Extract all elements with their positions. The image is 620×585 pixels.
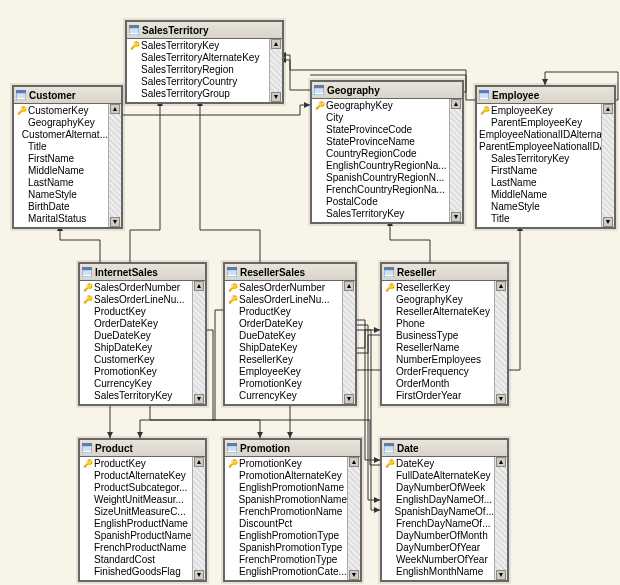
scrollbar[interactable]: ▲▼ <box>108 104 121 227</box>
field-row[interactable]: StandardCost <box>80 554 192 566</box>
scroll-down-icon[interactable]: ▼ <box>603 217 613 227</box>
field-row[interactable]: ParentEmployeeNationalIDAltern... <box>477 141 601 153</box>
field-row[interactable]: ResellerName <box>382 342 494 354</box>
field-row[interactable]: NameStyle <box>14 189 108 201</box>
field-row[interactable]: Phone <box>382 318 494 330</box>
field-row[interactable]: Title <box>14 141 108 153</box>
field-row[interactable]: EnglishMonthName <box>382 566 494 578</box>
field-row[interactable]: FrenchDayNameOf... <box>382 518 494 530</box>
field-row[interactable]: 🔑DateKey <box>382 458 494 470</box>
field-row[interactable]: MiddleName <box>477 189 601 201</box>
field-row[interactable]: ProductKey <box>80 306 192 318</box>
scroll-track[interactable] <box>343 291 355 394</box>
field-row[interactable]: 🔑SalesTerritoryKey <box>127 40 269 52</box>
scroll-down-icon[interactable]: ▼ <box>110 217 120 227</box>
field-row[interactable]: GeographyKey <box>382 294 494 306</box>
field-row[interactable]: EnglishPromotionName <box>225 482 347 494</box>
field-row[interactable]: Title <box>477 213 601 225</box>
field-row[interactable]: EnglishPromotionCate... <box>225 566 347 578</box>
entity-titlebar[interactable]: Customer <box>14 87 121 104</box>
field-row[interactable]: SpanishCountryRegionN... <box>312 172 449 184</box>
field-row[interactable]: DueDateKey <box>80 330 192 342</box>
field-row[interactable]: ResellerAlternateKey <box>382 306 494 318</box>
field-row[interactable]: PromotionAlternateKey <box>225 470 347 482</box>
field-row[interactable]: CurrencyKey <box>225 390 342 402</box>
field-row[interactable]: SpanishPromotionType <box>225 542 347 554</box>
field-row[interactable]: WeekNumberOfYear <box>382 554 494 566</box>
field-row[interactable]: ShipDateKey <box>80 342 192 354</box>
field-row[interactable]: StateProvinceCode <box>312 124 449 136</box>
scroll-down-icon[interactable]: ▼ <box>451 212 461 222</box>
entity-geography[interactable]: Geography🔑GeographyKeyCityStateProvinceC… <box>310 80 464 224</box>
field-row[interactable]: SalesTerritoryAlternateKey <box>127 52 269 64</box>
scroll-down-icon[interactable]: ▼ <box>496 394 506 404</box>
scrollbar[interactable]: ▲▼ <box>192 281 205 404</box>
field-row[interactable]: DayNumberOfMonth <box>382 530 494 542</box>
entity-reseller[interactable]: Reseller🔑ResellerKeyGeographyKeyReseller… <box>380 262 509 406</box>
scroll-track[interactable] <box>193 291 205 394</box>
field-row[interactable]: 🔑CustomerKey <box>14 105 108 117</box>
field-row[interactable]: SalesTerritoryCountry <box>127 76 269 88</box>
field-row[interactable]: SalesTerritoryGroup <box>127 88 269 100</box>
scrollbar[interactable]: ▲▼ <box>494 457 507 580</box>
field-row[interactable]: NumberEmployees <box>382 354 494 366</box>
entity-salesTerritory[interactable]: SalesTerritory🔑SalesTerritoryKeySalesTer… <box>125 20 284 104</box>
scroll-track[interactable] <box>450 109 462 212</box>
field-row[interactable]: ParentEmployeeKey <box>477 117 601 129</box>
field-row[interactable]: FirstOrderYear <box>382 390 494 402</box>
scroll-up-icon[interactable]: ▲ <box>344 281 354 291</box>
field-row[interactable]: PromotionKey <box>80 366 192 378</box>
entity-internetSales[interactable]: InternetSales🔑SalesOrderNumber🔑SalesOrde… <box>78 262 207 406</box>
scrollbar[interactable]: ▲▼ <box>449 99 462 222</box>
field-row[interactable]: ProductKey <box>225 306 342 318</box>
field-row[interactable]: CustomerAlternat... <box>14 129 108 141</box>
entity-titlebar[interactable]: Employee <box>477 87 614 104</box>
scroll-track[interactable] <box>495 291 507 394</box>
field-row[interactable]: FullDateAlternateKey <box>382 470 494 482</box>
field-row[interactable]: 🔑ProductKey <box>80 458 192 470</box>
field-row[interactable]: FirstName <box>14 153 108 165</box>
field-row[interactable]: CountryRegionCode <box>312 148 449 160</box>
entity-titlebar[interactable]: InternetSales <box>80 264 205 281</box>
scrollbar[interactable]: ▲▼ <box>601 104 614 227</box>
scroll-up-icon[interactable]: ▲ <box>603 104 613 114</box>
entity-employee[interactable]: Employee🔑EmployeeKeyParentEmployeeKeyEmp… <box>475 85 616 229</box>
field-row[interactable]: 🔑SalesOrderLineNu... <box>225 294 342 306</box>
field-row[interactable]: SpanishProductName <box>80 530 192 542</box>
scroll-track[interactable] <box>193 467 205 570</box>
entity-customer[interactable]: Customer🔑CustomerKeyGeographyKeyCustomer… <box>12 85 123 229</box>
field-row[interactable]: 🔑SalesOrderNumber <box>80 282 192 294</box>
field-row[interactable]: 🔑ResellerKey <box>382 282 494 294</box>
entity-titlebar[interactable]: Product <box>80 440 205 457</box>
field-row[interactable]: DayNumberOfWeek <box>382 482 494 494</box>
field-row[interactable]: 🔑PromotionKey <box>225 458 347 470</box>
scrollbar[interactable]: ▲▼ <box>347 457 360 580</box>
field-row[interactable]: FirstName <box>477 165 601 177</box>
field-row[interactable]: FrenchPromotionType <box>225 554 347 566</box>
scrollbar[interactable]: ▲▼ <box>342 281 355 404</box>
entity-date[interactable]: Date🔑DateKeyFullDateAlternateKeyDayNumbe… <box>380 438 509 582</box>
scroll-up-icon[interactable]: ▲ <box>110 104 120 114</box>
field-row[interactable]: NameStyle <box>477 201 601 213</box>
field-row[interactable]: FrenchCountryRegionNa... <box>312 184 449 196</box>
scroll-down-icon[interactable]: ▼ <box>344 394 354 404</box>
entity-titlebar[interactable]: Date <box>382 440 507 457</box>
field-row[interactable]: EnglishCountryRegionNa... <box>312 160 449 172</box>
field-row[interactable]: LastName <box>477 177 601 189</box>
scroll-up-icon[interactable]: ▲ <box>451 99 461 109</box>
field-row[interactable]: OrderFrequency <box>382 366 494 378</box>
field-row[interactable]: DayNumberOfYear <box>382 542 494 554</box>
field-row[interactable]: SpanishPromotionName <box>225 494 347 506</box>
scroll-down-icon[interactable]: ▼ <box>349 570 359 580</box>
scroll-up-icon[interactable]: ▲ <box>271 39 281 49</box>
scroll-down-icon[interactable]: ▼ <box>194 394 204 404</box>
field-row[interactable]: EnglishProductName <box>80 518 192 530</box>
field-row[interactable]: LastName <box>14 177 108 189</box>
entity-titlebar[interactable]: SalesTerritory <box>127 22 282 39</box>
field-row[interactable]: MiddleName <box>14 165 108 177</box>
entity-titlebar[interactable]: Reseller <box>382 264 507 281</box>
scrollbar[interactable]: ▲▼ <box>192 457 205 580</box>
field-row[interactable]: FrenchPromotionName <box>225 506 347 518</box>
field-row[interactable]: 🔑SalesOrderNumber <box>225 282 342 294</box>
scroll-down-icon[interactable]: ▼ <box>271 92 281 102</box>
